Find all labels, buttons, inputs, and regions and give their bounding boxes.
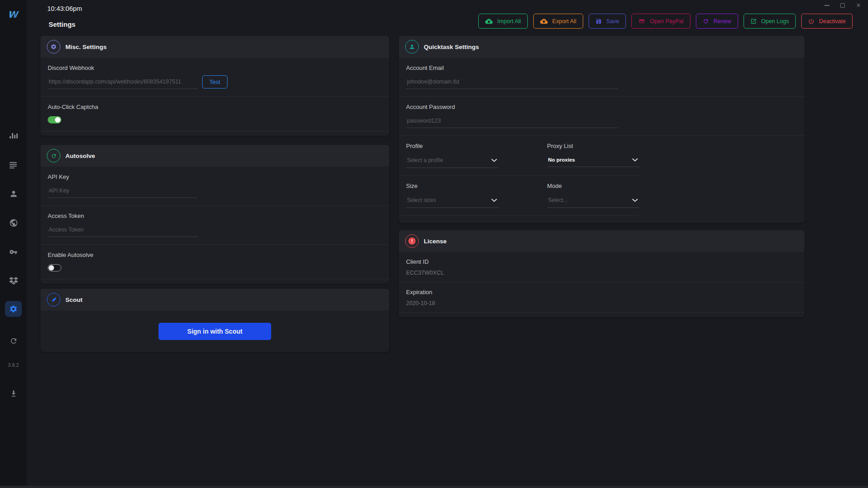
discord-webhook-input[interactable]	[48, 77, 198, 89]
close-icon[interactable]: ×	[855, 2, 862, 9]
button-label: Save	[606, 18, 620, 25]
person-icon	[9, 189, 18, 198]
sidebar-item-tasks[interactable]	[0, 159, 27, 172]
account-password-input[interactable]	[406, 116, 618, 128]
button-label: Import All	[497, 18, 521, 25]
button-label: Open Logs	[761, 18, 789, 25]
api-key-input[interactable]	[48, 186, 198, 198]
autosolve-card: Autosolve API Key Access Token Enable Au…	[40, 145, 389, 284]
button-label: Open PayPal	[650, 18, 684, 25]
expiration-value: 2020-10-18	[406, 300, 797, 306]
gear-icon	[9, 305, 18, 313]
save-icon	[595, 18, 602, 25]
field-label: Mode	[547, 182, 640, 189]
svg-text:W: W	[8, 9, 20, 20]
sidebar-item-analytics[interactable]	[0, 129, 27, 142]
account-email-row: Account Email	[399, 58, 804, 96]
discord-webhook-row: Discord Webhook Test	[40, 58, 389, 96]
deactivate-button[interactable]: Deactivate	[801, 14, 853, 29]
sidebar: W	[0, 0, 27, 488]
sidebar-item-download[interactable]	[0, 387, 27, 400]
field-label: Client ID	[406, 258, 797, 265]
power-icon	[808, 18, 814, 25]
app-logo: W	[0, 8, 27, 21]
mode-select[interactable]: Select...	[547, 195, 640, 208]
field-label: Enable Autosolve	[48, 251, 382, 258]
profile-field: Profile Select a profile	[406, 143, 499, 168]
field-label: Account Email	[406, 64, 797, 71]
maximize-icon[interactable]	[839, 2, 846, 9]
credit-card-icon	[638, 18, 645, 24]
client-id-value: ECC37W0XCL	[406, 270, 797, 276]
size-select[interactable]: Select sizes	[406, 195, 499, 208]
quicktask-settings-card: Quicktask Settings Account Email Account…	[399, 36, 804, 223]
logo-w-icon: W	[7, 8, 20, 21]
autosolve-header: Autosolve	[40, 145, 389, 167]
toolbar: Import All Export All Save Open PayPal R…	[478, 14, 853, 29]
size-field: Size Select sizes	[406, 182, 499, 208]
chart-bars-icon	[9, 132, 18, 139]
refresh-icon	[47, 149, 60, 163]
open-logs-button[interactable]: Open Logs	[744, 14, 796, 29]
scout-card: Scout Sign in with Scout	[40, 289, 389, 352]
mode-field: Mode Select...	[547, 182, 640, 208]
profile-select[interactable]: Select a profile	[406, 155, 499, 168]
sidebar-item-accounts[interactable]	[0, 246, 27, 258]
person-icon	[405, 40, 419, 54]
chevron-down-icon	[632, 199, 638, 202]
sidebar-item-profiles[interactable]	[0, 187, 27, 200]
quicktask-header: Quicktask Settings	[399, 36, 804, 58]
gear-icon	[47, 40, 60, 54]
proxy-list-select[interactable]: No proxies	[547, 155, 640, 167]
field-label: Access Token	[48, 212, 382, 219]
sidebar-item-dropbox[interactable]	[0, 274, 27, 287]
sidebar-item-restart[interactable]	[0, 335, 27, 347]
auto-click-captcha-row: Auto-Click Captcha	[40, 97, 389, 131]
test-webhook-button[interactable]: Test	[202, 75, 228, 89]
cloud-download-icon	[485, 18, 493, 25]
import-all-button[interactable]: Import All	[478, 14, 528, 29]
field-label: Expiration	[406, 289, 797, 296]
minimize-icon[interactable]	[823, 2, 830, 9]
enable-autosolve-toggle[interactable]	[48, 264, 61, 271]
proxy-list-field: Proxy List No proxies	[547, 143, 640, 168]
left-column: Misc. Settings Discord Webhook Test Auto…	[40, 36, 389, 352]
button-label: Deactivate	[819, 18, 846, 25]
chevron-down-icon	[632, 158, 638, 162]
field-label: Proxy List	[547, 143, 640, 149]
download-icon	[10, 389, 18, 398]
scout-header: Scout	[40, 289, 389, 311]
access-token-input[interactable]	[48, 225, 198, 237]
misc-settings-card: Misc. Settings Discord Webhook Test Auto…	[40, 36, 389, 136]
list-icon	[10, 162, 18, 168]
save-button[interactable]: Save	[589, 14, 626, 29]
app-version: 3.8.2	[0, 362, 27, 368]
account-email-input[interactable]	[406, 77, 618, 89]
open-paypal-button[interactable]: Open PayPal	[631, 14, 690, 29]
sidebar-item-proxies[interactable]	[0, 217, 27, 229]
cloud-upload-icon	[540, 18, 548, 25]
key-icon	[9, 248, 18, 256]
window-bottom-edge	[0, 486, 868, 488]
field-label: Discord Webhook	[48, 64, 382, 71]
card-title: Quicktask Settings	[424, 44, 479, 50]
field-label: Profile	[406, 143, 499, 149]
chevron-down-icon	[491, 159, 497, 162]
sidebar-item-settings[interactable]	[5, 301, 22, 317]
license-card: ! License Client ID ECC37W0XCL Expiratio…	[399, 230, 804, 317]
scout-body: Sign in with Scout	[40, 311, 389, 352]
account-password-row: Account Password	[399, 97, 804, 135]
card-title: Misc. Settings	[65, 44, 107, 50]
field-label: Account Password	[406, 104, 797, 110]
select-value: Select a profile	[407, 157, 443, 163]
refresh-icon	[703, 18, 709, 25]
sign-in-with-scout-button[interactable]: Sign in with Scout	[159, 323, 271, 340]
export-all-button[interactable]: Export All	[533, 14, 583, 29]
quicktask-selects: Profile Select a profile Proxy List No p…	[399, 136, 640, 216]
globe-icon	[9, 218, 18, 227]
renew-button[interactable]: Renew	[696, 14, 738, 29]
select-value: Select...	[548, 197, 568, 203]
page-title: Settings	[49, 20, 75, 28]
auto-click-captcha-toggle[interactable]	[48, 116, 61, 123]
card-title: Autosolve	[65, 153, 95, 159]
